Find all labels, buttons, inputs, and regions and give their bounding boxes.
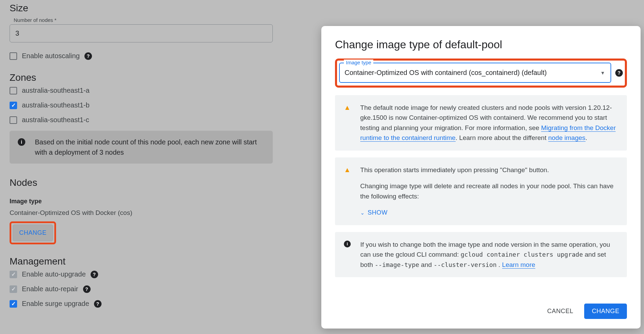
image-type-value: Container-Optimized OS with Docker (cos) bbox=[10, 209, 312, 217]
auto-repair-label: Enable auto-repair bbox=[22, 285, 78, 293]
operation-warning-text: This operation starts immediately upon p… bbox=[360, 165, 618, 218]
autoscaling-checkbox[interactable] bbox=[10, 52, 17, 60]
change-image-type-dialog: Change image type of default-pool Image … bbox=[321, 26, 641, 329]
info-icon: i bbox=[344, 241, 351, 247]
background-form: Size Number of nodes * Enable autoscalin… bbox=[0, 0, 321, 334]
help-icon[interactable]: ? bbox=[91, 271, 98, 278]
zone-checkbox-a[interactable] bbox=[10, 87, 17, 94]
nodes-count-label: Number of nodes * bbox=[10, 14, 312, 24]
learn-more-link[interactable]: Learn more bbox=[502, 261, 535, 269]
size-heading: Size bbox=[10, 3, 312, 14]
nodes-heading: Nodes bbox=[10, 177, 312, 188]
help-icon[interactable]: ? bbox=[83, 285, 91, 293]
dialog-actions: CANCEL CHANGE bbox=[335, 299, 627, 319]
show-effects-toggle[interactable]: ⌄ SHOW bbox=[360, 208, 388, 218]
auto-upgrade-checkbox bbox=[10, 271, 17, 278]
auto-repair-checkbox bbox=[10, 285, 17, 293]
dialog-title: Change image type of default-pool bbox=[335, 38, 627, 51]
info-icon: i bbox=[18, 138, 25, 146]
warning-icon: ▲ bbox=[344, 104, 351, 112]
image-type-select-highlight: Image type Container-Optimized OS with c… bbox=[335, 59, 627, 88]
help-icon[interactable]: ? bbox=[94, 300, 102, 308]
surge-upgrade-label: Enable surge upgrade bbox=[22, 300, 89, 308]
warning-icon: ▲ bbox=[344, 166, 351, 174]
help-icon[interactable]: ? bbox=[84, 52, 92, 60]
cli-flag-code: --cluster-version bbox=[434, 261, 497, 268]
image-type-label: Image type bbox=[10, 198, 312, 205]
image-type-select-label: Image type bbox=[344, 60, 373, 65]
cli-flag-code: --image-type bbox=[375, 261, 419, 268]
image-type-select-value: Container-Optimized OS with containerd (… bbox=[345, 69, 547, 76]
confirm-change-button[interactable]: CHANGE bbox=[584, 304, 627, 319]
chevron-down-icon: ⌄ bbox=[360, 209, 365, 217]
cli-info-callout: i If you wish to change both the image t… bbox=[335, 232, 627, 277]
zone-checkbox-b[interactable] bbox=[10, 102, 17, 109]
zones-info-box: i Based on the initial node count of thi… bbox=[10, 131, 273, 164]
operation-warning-callout: ▲ This operation starts immediately upon… bbox=[335, 157, 627, 225]
management-heading: Management bbox=[10, 256, 312, 267]
zone-label: australia-southeast1-c bbox=[22, 116, 89, 124]
migration-warning-callout: ▲ The default node image for newly creat… bbox=[335, 95, 627, 151]
autoscaling-label: Enable autoscaling bbox=[22, 52, 80, 60]
auto-upgrade-label: Enable auto-upgrade bbox=[22, 270, 86, 278]
cli-command-code: gcloud container clusters upgrade bbox=[461, 251, 583, 258]
help-icon[interactable]: ? bbox=[615, 69, 623, 77]
surge-upgrade-checkbox[interactable] bbox=[10, 300, 17, 308]
image-type-select[interactable]: Image type Container-Optimized OS with c… bbox=[339, 63, 611, 83]
chevron-down-icon: ▼ bbox=[600, 70, 605, 76]
zone-label: australia-southeast1-a bbox=[22, 87, 90, 94]
change-button-highlight: CHANGE bbox=[10, 221, 56, 244]
zone-checkbox-c[interactable] bbox=[10, 116, 17, 124]
node-images-link[interactable]: node images bbox=[548, 134, 586, 142]
change-image-type-button[interactable]: CHANGE bbox=[13, 224, 53, 241]
zone-label: australia-southeast1-b bbox=[22, 101, 90, 109]
nodes-count-input[interactable] bbox=[10, 24, 273, 42]
cli-info-text: If you wish to change both the image typ… bbox=[360, 240, 618, 270]
cancel-button[interactable]: CANCEL bbox=[540, 304, 580, 319]
zones-heading: Zones bbox=[10, 72, 312, 83]
migration-warning-text: The default node image for newly created… bbox=[360, 103, 618, 143]
zones-info-text: Based on the initial node count of this … bbox=[35, 137, 265, 157]
